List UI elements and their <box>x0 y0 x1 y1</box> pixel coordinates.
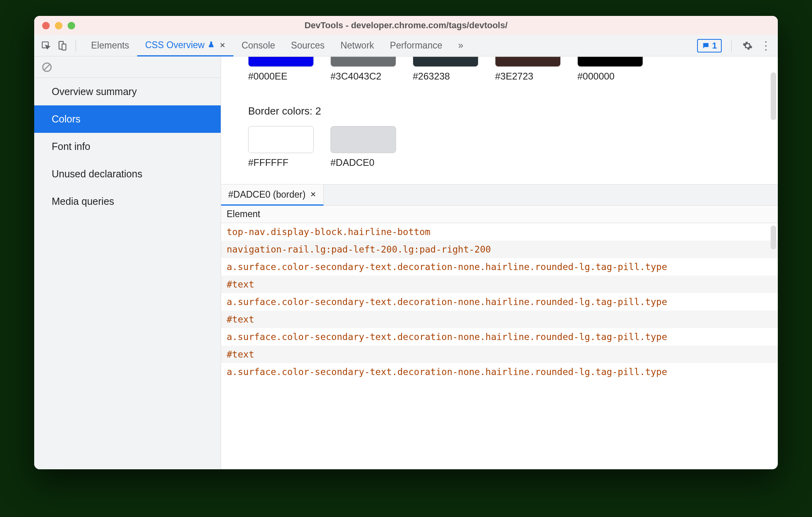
color-label: #DADCE0 <box>330 157 375 168</box>
color-swatch <box>413 56 478 67</box>
swatch[interactable]: #FFFFFF <box>248 126 314 168</box>
main-panel: #0000EE #3C4043C2 #263238 #3E2723 <box>221 56 778 469</box>
settings-icon[interactable] <box>741 39 754 52</box>
element-row[interactable]: a.surface.color-secondary-text.decoratio… <box>221 328 778 346</box>
color-swatch <box>248 56 314 67</box>
swatch[interactable]: #3C4043C2 <box>330 56 396 82</box>
sidebar-item-colors[interactable]: Colors <box>34 105 221 133</box>
svg-line-4 <box>44 64 50 70</box>
window-title: DevTools - developer.chrome.com/tags/dev… <box>34 20 778 31</box>
element-row[interactable]: a.surface.color-secondary-text.decoratio… <box>221 363 778 381</box>
tab-console[interactable]: Console <box>233 35 283 56</box>
tab-more[interactable]: » <box>450 35 471 56</box>
color-swatch <box>330 126 396 153</box>
color-swatch <box>495 56 561 67</box>
element-row[interactable]: #text <box>221 276 778 293</box>
table-header: Element <box>221 206 778 223</box>
separator <box>731 40 732 52</box>
close-tab-icon[interactable]: ✕ <box>310 190 316 199</box>
detail-tabs: #DADCE0 (border) ✕ <box>221 184 778 206</box>
color-swatch <box>577 56 643 67</box>
swatch[interactable]: #3E2723 <box>495 56 561 82</box>
detail-tab-selected-color[interactable]: #DADCE0 (border) ✕ <box>221 185 324 206</box>
color-label: #000000 <box>577 71 614 82</box>
sidebar-item-font[interactable]: Font info <box>34 133 221 160</box>
zoom-window-button[interactable] <box>68 22 75 29</box>
swatch[interactable]: #DADCE0 <box>330 126 396 168</box>
close-window-button[interactable] <box>42 22 50 29</box>
elements-list: top-nav.display-block.hairline-bottom na… <box>221 223 778 469</box>
tab-network[interactable]: Network <box>332 35 382 56</box>
clear-overview-button[interactable] <box>34 56 221 78</box>
border-colors-title: Border colors: 2 <box>248 105 751 117</box>
panel-tabs: Elements CSS Overview ✕ Console Sources … <box>83 35 471 56</box>
issues-count: 1 <box>712 41 717 51</box>
swatch[interactable]: #263238 <box>413 56 478 82</box>
separator <box>76 40 76 52</box>
sidebar-item-overview[interactable]: Overview summary <box>34 78 221 105</box>
sidebar-item-media[interactable]: Media queries <box>34 188 221 215</box>
tab-label: CSS Overview <box>145 40 205 51</box>
tab-elements[interactable]: Elements <box>83 35 137 56</box>
swatches-top: #0000EE #3C4043C2 #263238 #3E2723 <box>248 56 751 82</box>
more-menu-icon[interactable]: ⋮ <box>760 39 772 52</box>
close-tab-icon[interactable]: ✕ <box>220 41 225 50</box>
main-toolbar: Elements CSS Overview ✕ Console Sources … <box>34 35 778 56</box>
swatch[interactable]: #000000 <box>577 56 643 82</box>
devtools-window: DevTools - developer.chrome.com/tags/dev… <box>34 16 778 469</box>
element-row[interactable]: #text <box>221 311 778 328</box>
svg-rect-2 <box>62 44 66 50</box>
color-swatch <box>330 56 396 67</box>
sidebar-item-unused[interactable]: Unused declarations <box>34 160 221 188</box>
color-label: #263238 <box>413 71 450 82</box>
minimize-window-button[interactable] <box>55 22 62 29</box>
tab-performance[interactable]: Performance <box>382 35 451 56</box>
color-label: #FFFFFF <box>248 157 288 168</box>
element-row[interactable]: #text <box>221 346 778 363</box>
scrollbar[interactable] <box>771 72 776 120</box>
colors-section: #0000EE #3C4043C2 #263238 #3E2723 <box>221 56 778 184</box>
body: Overview summary Colors Font info Unused… <box>34 56 778 469</box>
detail-tab-label: #DADCE0 (border) <box>228 189 305 200</box>
sidebar: Overview summary Colors Font info Unused… <box>34 56 221 469</box>
color-label: #3C4043C2 <box>330 71 381 82</box>
toolbar-right: 1 ⋮ <box>697 39 772 52</box>
titlebar: DevTools - developer.chrome.com/tags/dev… <box>34 16 778 35</box>
scrollbar[interactable] <box>771 225 776 249</box>
element-row[interactable]: a.surface.color-secondary-text.decoratio… <box>221 293 778 311</box>
swatch[interactable]: #0000EE <box>248 56 314 82</box>
color-label: #0000EE <box>248 71 288 82</box>
inspect-icon[interactable] <box>40 39 52 52</box>
device-toggle-icon[interactable] <box>56 39 68 52</box>
element-row[interactable]: top-nav.display-block.hairline-bottom <box>221 223 778 241</box>
tab-css-overview[interactable]: CSS Overview ✕ <box>137 35 234 56</box>
experiment-icon <box>208 40 215 51</box>
color-label: #3E2723 <box>495 71 533 82</box>
issues-badge[interactable]: 1 <box>697 39 722 52</box>
element-row[interactable]: navigation-rail.lg:pad-left-200.lg:pad-r… <box>221 241 778 258</box>
color-swatch <box>248 126 314 153</box>
tab-sources[interactable]: Sources <box>283 35 332 56</box>
element-row[interactable]: a.surface.color-secondary-text.decoratio… <box>221 258 778 276</box>
traffic-lights <box>42 22 75 29</box>
swatches-border: #FFFFFF #DADCE0 <box>248 126 751 168</box>
